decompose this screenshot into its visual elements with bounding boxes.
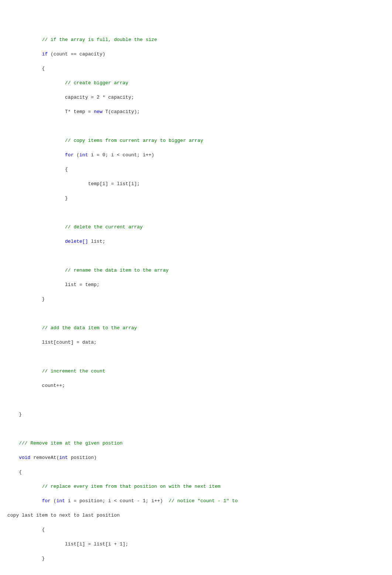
comment: // increment the count [42,368,106,374]
code-editor: // if the array is full, double the size… [0,0,392,575]
line-30: /// Remove item at the given postion [7,440,385,447]
line-10: for (int i = 0; i < count; i++) [7,152,385,159]
line-7: T* temp = new T(capacity); [7,108,385,116]
line-29 [7,425,385,433]
line-24 [7,353,385,361]
line-26: count++; [7,382,385,389]
line-6: capacity = 2 * capacity; [7,94,385,101]
keyword-for2: for [42,498,51,504]
line-20: } [7,296,385,303]
comment-inline: // notice "count - 1" to [169,498,238,504]
comment: // if the array is full, double the size [42,37,157,42]
keyword-int: int [59,455,68,460]
line-34: for (int i = position; i < count - 1; i+… [7,497,385,505]
keyword-int: int [79,152,88,158]
line-12: temp[i] = list[i]; [7,180,385,188]
line-18: // rename the data item to the array [7,267,385,274]
line-8 [7,123,385,130]
comment: // rename the data item to the array [65,268,169,273]
keyword-for: for [65,152,73,158]
line-11: { [7,166,385,173]
keyword-delete: delete[] [65,239,88,244]
keyword-void: void [19,455,30,460]
comment: // create bigger array [65,80,128,86]
comment: // add the data item to the array [42,325,137,331]
keyword-new: new [94,109,102,115]
line-3: if (count == capacity) [7,51,385,58]
line-15: // delete the current array [7,224,385,231]
line-37: } [7,555,385,562]
line-38 [7,569,385,575]
line-17 [7,252,385,260]
line-5: // create bigger array [7,79,385,87]
line-1 [7,22,385,29]
line-16: delete[] list; [7,238,385,245]
line-35: { [7,526,385,534]
line-19: list = temp; [7,281,385,289]
line-32: { [7,469,385,476]
line-25: // increment the count [7,368,385,375]
comment: /// Remove item at the given postion [19,440,123,446]
line-4: { [7,65,385,72]
line-34b: copy last item to next to last position [7,512,385,519]
line-23: list[count] = data; [7,339,385,346]
line-36: list[i] = list[i + 1]; [7,541,385,548]
line-14 [7,209,385,217]
line-9: // copy items from current array to bigg… [7,137,385,144]
line-27 [7,397,385,404]
line-13: } [7,195,385,202]
line-33: // replace every item from that position… [7,483,385,490]
keyword-int2: int [56,498,65,504]
line-28: } [7,411,385,418]
line-2: // if the array is full, double the size [7,36,385,44]
keyword-if: if [42,51,48,57]
line-22: // add the data item to the array [7,324,385,332]
line-21 [7,310,385,317]
comment: // delete the current array [65,224,143,230]
comment: // copy items from current array to bigg… [65,138,203,143]
line-31: void removeAt(int position) [7,454,385,462]
comment: // replace every item from that position… [42,484,221,489]
